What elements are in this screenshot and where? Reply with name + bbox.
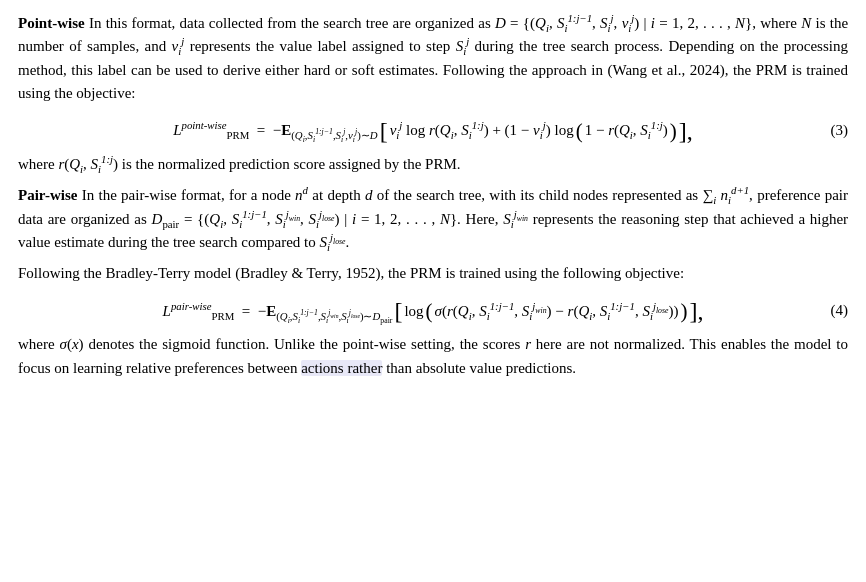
highlighted-text: actions rather [301, 360, 382, 376]
eq4-bigparen-right: ) [680, 301, 687, 322]
eq4-inner: σ(r(Qi, Si1:j−1, Sijwin) − r(Qi, Si1:j−1… [435, 300, 679, 323]
eq3-bracket-left: [ [380, 119, 388, 143]
pointwise-intro: In this format, data collected from the … [18, 15, 848, 101]
eq4-lhs: Lpair-wisePRM = −E(Qi,Si1:j−1,Sijwin,Sij… [163, 300, 393, 323]
eq3-bracket-right: ], [679, 119, 693, 143]
pairwise-text: In the pair-wise format, for a node nd a… [18, 187, 848, 250]
eq4-number: (4) [831, 300, 849, 323]
eq3-lhs: Lpoint-wisePRM = −E(Qi,Si1:j−1,Sij,vij)∼… [173, 119, 377, 142]
pointwise-paragraph: Point-wise In this format, data collecte… [18, 12, 848, 105]
eq4-bigparen-left: ( [426, 301, 433, 322]
eq3-inner: 1 − r(Qi, Si1:j) [585, 119, 668, 142]
where1-text: where r(Qi, Si1:j) is the normalized pre… [18, 156, 461, 172]
eq3-content: Lpoint-wisePRM = −E(Qi,Si1:j−1,Sij,vij)∼… [173, 119, 693, 143]
where2-text: where σ(x) denotes the sigmoid function.… [18, 336, 848, 375]
equation-3: Lpoint-wisePRM = −E(Qi,Si1:j−1,Sij,vij)∼… [18, 119, 848, 143]
pairwise-label: Pair-wise [18, 187, 77, 203]
where2-paragraph: where σ(x) denotes the sigmoid function.… [18, 333, 848, 380]
main-content: Point-wise In this format, data collecte… [18, 12, 848, 380]
eq4-content: Lpair-wisePRM = −E(Qi,Si1:j−1,Sijwin,Sij… [163, 299, 704, 323]
pointwise-label: Point-wise [18, 15, 85, 31]
eq4-rhs: log [404, 300, 423, 323]
eq3-bigparen-left: ( [576, 121, 583, 142]
eq4-bracket-right: ], [689, 299, 703, 323]
eq3-bigparen-right: ) [670, 121, 677, 142]
where1-paragraph: where r(Qi, Si1:j) is the normalized pre… [18, 153, 848, 176]
bradley-text: Following the Bradley-Terry model (Bradl… [18, 265, 684, 281]
pairwise-paragraph: Pair-wise In the pair-wise format, for a… [18, 184, 848, 254]
eq4-bracket-left: [ [394, 299, 402, 323]
eq3-number: (3) [831, 119, 849, 142]
bradley-paragraph: Following the Bradley-Terry model (Bradl… [18, 262, 848, 285]
equation-4: Lpair-wisePRM = −E(Qi,Si1:j−1,Sijwin,Sij… [18, 299, 848, 323]
eq3-rhs: vij log r(Qi, Si1:j) + (1 − vij) log [390, 119, 574, 142]
